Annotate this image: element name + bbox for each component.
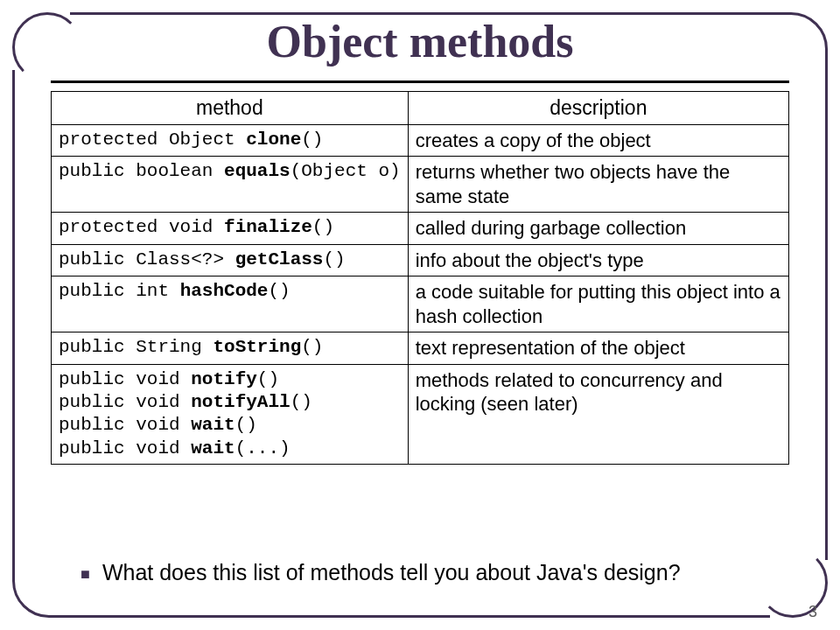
method-description: a code suitable for putting this object … bbox=[408, 276, 788, 332]
table-row: protected void finalize()called during g… bbox=[52, 213, 789, 245]
table-row: public String toString()text representat… bbox=[52, 332, 789, 365]
title-rule bbox=[51, 80, 789, 83]
method-description: methods related to concurrency and locki… bbox=[408, 364, 788, 464]
method-description: returns whether two objects have the sam… bbox=[408, 157, 788, 213]
table-row: public int hashCode()a code suitable for… bbox=[52, 276, 789, 332]
bullet-icon: ■ bbox=[80, 565, 90, 583]
method-description: info about the object's type bbox=[408, 244, 788, 276]
methods-table: method description protected Object clon… bbox=[51, 91, 789, 465]
table-row: public void notify() public void notifyA… bbox=[52, 364, 789, 464]
col-header-method: method bbox=[52, 92, 409, 125]
method-signature: public Class<?> getClass() bbox=[52, 244, 409, 276]
col-header-description: description bbox=[408, 92, 788, 125]
method-description: text representation of the object bbox=[408, 332, 788, 365]
table-row: public Class<?> getClass()info about the… bbox=[52, 244, 789, 276]
bullet-text: What does this list of methods tell you … bbox=[102, 560, 681, 584]
table-row: public boolean equals(Object o)returns w… bbox=[52, 157, 789, 213]
table-row: protected Object clone()creates a copy o… bbox=[52, 124, 789, 157]
method-signature: public boolean equals(Object o) bbox=[52, 157, 409, 213]
method-signature: protected Object clone() bbox=[52, 124, 409, 157]
page-number: 3 bbox=[808, 603, 817, 621]
method-description: creates a copy of the object bbox=[408, 124, 788, 157]
method-signature: public void notify() public void notifyA… bbox=[52, 364, 409, 464]
bullet-question: ■What does this list of methods tell you… bbox=[80, 560, 681, 585]
slide-title: Object methods bbox=[0, 16, 840, 67]
method-signature: public String toString() bbox=[52, 332, 409, 365]
method-description: called during garbage collection bbox=[408, 213, 788, 245]
method-signature: protected void finalize() bbox=[52, 213, 409, 245]
method-signature: public int hashCode() bbox=[52, 276, 409, 332]
